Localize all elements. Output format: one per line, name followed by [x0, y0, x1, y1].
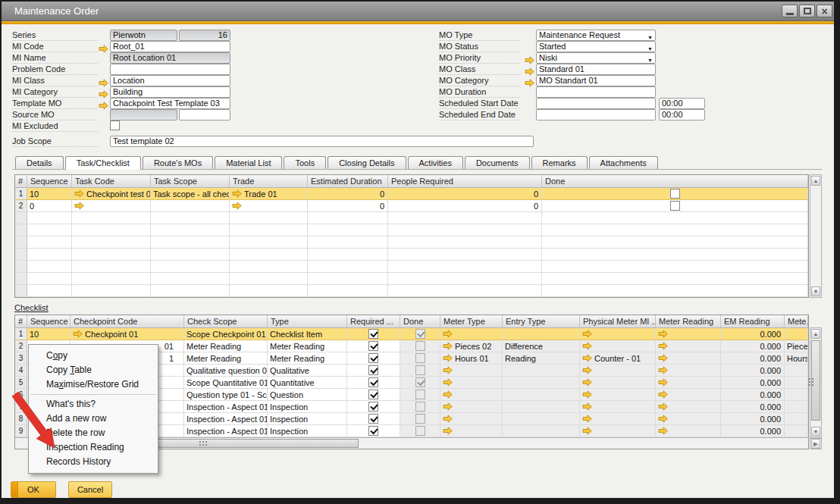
mo-status-dropdown[interactable]: Started▼	[536, 41, 656, 52]
physical-meter-cell[interactable]	[580, 328, 656, 340]
link-arrow-icon[interactable]	[74, 189, 84, 198]
link-arrow-icon[interactable]	[658, 342, 668, 350]
checkbox[interactable]	[368, 329, 378, 339]
trade-cell[interactable]	[230, 236, 308, 249]
trade-cell[interactable]	[230, 261, 308, 273]
people-required-cell[interactable]	[388, 236, 542, 249]
col-header-check-scope[interactable]: Check Scope	[184, 315, 268, 327]
series-field[interactable]: Pierwotn	[110, 30, 177, 41]
meter-type-cell[interactable]: Pieces 02	[440, 340, 503, 352]
link-arrow-icon[interactable]	[658, 378, 668, 387]
sequence-cell[interactable]	[27, 273, 72, 285]
people-required-cell[interactable]	[388, 273, 542, 285]
link-arrow-icon[interactable]	[658, 366, 668, 374]
link-arrow-icon[interactable]	[443, 415, 453, 423]
sequence-cell[interactable]: 10	[27, 328, 71, 340]
physical-meter-cell[interactable]	[580, 340, 656, 352]
meter-type-cell[interactable]	[440, 401, 503, 413]
meter-type-cell[interactable]	[440, 389, 503, 401]
menu-item-records-history[interactable]: Records History	[29, 455, 158, 469]
estimated-duration-cell[interactable]: 0	[308, 188, 388, 200]
link-arrow-icon[interactable]	[443, 342, 453, 350]
done-cell[interactable]	[542, 273, 808, 285]
done-cell[interactable]	[400, 340, 440, 352]
tab-remarks[interactable]: Remarks	[531, 156, 588, 169]
done-cell[interactable]	[400, 413, 440, 425]
checklist-table-vscrollbar[interactable]: ▲ ▼	[810, 327, 822, 438]
mi-class-field[interactable]: Location	[110, 75, 230, 86]
meter-reading-cell[interactable]	[656, 425, 721, 437]
required-cell[interactable]	[347, 365, 400, 377]
mo-duration-field[interactable]	[536, 86, 656, 98]
required-cell[interactable]	[347, 389, 400, 401]
estimated-duration-cell[interactable]	[308, 273, 388, 285]
meter-reading-cell[interactable]	[656, 328, 721, 340]
done-cell[interactable]	[542, 261, 808, 273]
task-code-cell[interactable]	[72, 249, 151, 261]
required-cell[interactable]	[347, 340, 400, 352]
done-cell[interactable]	[542, 285, 808, 297]
row-number-cell[interactable]	[15, 273, 27, 285]
vscrollbar-thumb[interactable]	[811, 340, 820, 421]
required-cell[interactable]	[347, 377, 400, 389]
link-arrow-icon[interactable]	[443, 366, 453, 374]
link-arrow-icon[interactable]	[99, 77, 108, 85]
scheduled-end-time-field[interactable]: 00:00	[659, 109, 705, 121]
required-cell[interactable]	[347, 425, 400, 437]
scheduled-start-time-field[interactable]: 00:00	[659, 98, 705, 109]
type-cell[interactable]: Meter Reading	[268, 352, 347, 365]
done-cell[interactable]	[400, 352, 440, 365]
sequence-cell[interactable]	[27, 285, 72, 297]
source-mo-number-field[interactable]	[179, 109, 230, 121]
meter-type-cell[interactable]	[440, 413, 503, 425]
link-arrow-icon[interactable]	[525, 65, 534, 74]
done-cell[interactable]	[542, 224, 808, 236]
link-arrow-icon[interactable]	[99, 88, 108, 96]
meter-type-cell[interactable]	[440, 377, 503, 389]
col-header-people-required[interactable]: People Required	[388, 175, 542, 187]
task-scope-cell[interactable]	[151, 212, 230, 224]
close-button[interactable]: ×	[816, 5, 832, 17]
meter-type-cell[interactable]: Hours 01	[440, 352, 503, 365]
meter-reading-cell[interactable]	[656, 401, 721, 413]
type-cell[interactable]: Inspection	[268, 401, 347, 413]
checkbox[interactable]	[368, 377, 378, 387]
physical-meter-cell[interactable]	[580, 413, 656, 425]
link-arrow-icon[interactable]	[582, 378, 592, 387]
checkbox[interactable]	[415, 390, 425, 399]
row-number-cell[interactable]	[15, 224, 27, 236]
required-cell[interactable]	[347, 401, 400, 413]
tab-details[interactable]: Details	[15, 156, 64, 169]
task-code-cell[interactable]	[72, 273, 151, 285]
estimated-duration-cell[interactable]	[308, 224, 388, 236]
meter-reading-cell[interactable]	[656, 413, 721, 425]
col-header-em-reading[interactable]: EM Reading	[721, 315, 785, 327]
menu-item-copy[interactable]: Copy	[29, 349, 158, 363]
em-reading-cell[interactable]: 0.000	[721, 352, 785, 365]
mete-cell[interactable]	[785, 328, 808, 340]
sequence-cell[interactable]	[27, 261, 72, 273]
link-arrow-icon[interactable]	[582, 366, 592, 374]
tab-tools[interactable]: Tools	[284, 156, 326, 169]
scheduled-end-date-field[interactable]	[536, 109, 656, 121]
link-arrow-icon[interactable]	[658, 427, 668, 435]
link-arrow-icon[interactable]	[99, 42, 108, 51]
physical-meter-cell[interactable]	[580, 401, 656, 413]
task-scope-cell[interactable]	[151, 200, 230, 212]
col-header-entry-type[interactable]: Entry Type	[503, 315, 580, 327]
em-reading-cell[interactable]: 0.000	[721, 340, 785, 352]
checkbox[interactable]	[415, 402, 425, 412]
entry-type-cell[interactable]	[503, 365, 580, 377]
link-arrow-icon[interactable]	[443, 330, 453, 338]
entry-type-cell[interactable]	[503, 401, 580, 413]
checkbox[interactable]	[368, 353, 378, 363]
task-code-cell[interactable]	[72, 236, 151, 249]
table-row[interactable]	[15, 249, 808, 261]
sequence-cell[interactable]: 0	[27, 200, 72, 212]
entry-type-cell[interactable]: Difference	[503, 340, 580, 352]
link-arrow-icon[interactable]	[582, 330, 592, 338]
estimated-duration-cell[interactable]	[308, 236, 388, 249]
done-cell[interactable]	[400, 401, 440, 413]
check-scope-cell[interactable]: Qualitative question 01	[184, 365, 268, 377]
em-reading-cell[interactable]: 0.000	[721, 401, 785, 413]
